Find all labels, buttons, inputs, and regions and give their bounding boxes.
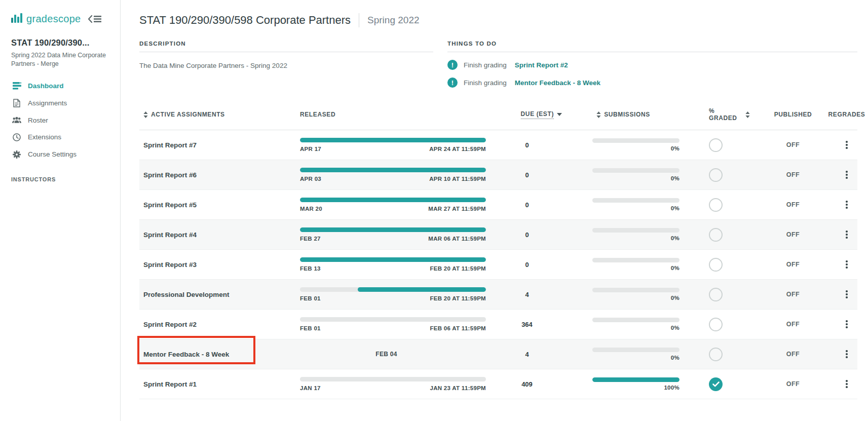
table-row: Sprint Report #7 APR 17 APR 24 AT 11:59P… <box>139 130 857 160</box>
table-row: Mentor Feedback - 8 Week FEB 04 4 0% OFF <box>139 339 857 369</box>
release-due-cell: FEB 04 <box>284 339 489 369</box>
things-to-do-divider <box>447 52 857 52</box>
submissions-count: 0 <box>489 171 565 179</box>
kebab-menu-icon[interactable] <box>844 228 850 241</box>
release-progress-bar <box>300 257 486 262</box>
released-date: APR 03 <box>300 176 321 182</box>
graded-progress-bar <box>592 288 680 292</box>
publish-toggle-circle[interactable] <box>709 348 723 361</box>
graded-progress-bar <box>592 258 680 262</box>
sidebar-item-roster[interactable]: Roster <box>11 112 111 129</box>
publish-toggle-circle[interactable] <box>709 318 723 331</box>
sidebar-nav: Dashboard Assignments <box>11 78 111 163</box>
gradescope-logo-icon <box>11 13 22 25</box>
graded-percent: 0% <box>592 175 680 181</box>
kebab-menu-icon[interactable] <box>844 258 850 271</box>
column-header-graded[interactable]: % GRADED <box>682 107 750 122</box>
todo-item: ! Finish grading Mentor Feedback - 8 Wee… <box>447 78 857 88</box>
kebab-menu-icon[interactable] <box>844 139 850 151</box>
sidebar-item-label: Dashboard <box>28 82 64 90</box>
release-progress-bar <box>300 138 486 142</box>
table-row: Sprint Report #1 JAN 17 JAN 23 AT 11:59P… <box>139 369 857 399</box>
column-header-regrades: REGRADES <box>836 111 857 118</box>
regrades-status: OFF <box>750 231 836 238</box>
column-header-due[interactable]: DUE (EST) <box>489 110 565 119</box>
kebab-menu-icon[interactable] <box>844 199 850 211</box>
assignment-name-link[interactable]: Sprint Report #7 <box>143 141 197 149</box>
graded-percent: 0% <box>592 295 680 301</box>
submissions-count: 4 <box>489 291 565 298</box>
publish-toggle-circle[interactable] <box>709 198 723 212</box>
description-divider <box>139 52 433 52</box>
description-heading: DESCRIPTION <box>139 41 433 47</box>
kebab-menu-icon[interactable] <box>844 318 850 330</box>
sidebar-item-assignments[interactable]: Assignments <box>11 94 111 112</box>
submissions-count: 409 <box>489 380 565 388</box>
column-header-published: PUBLISHED <box>750 111 836 118</box>
page-term: Spring 2022 <box>367 15 419 26</box>
assignment-name-link[interactable]: Professional Development <box>143 291 230 298</box>
graded-cell: 100% <box>565 377 682 391</box>
assignment-name-link[interactable]: Sprint Report #6 <box>143 171 197 179</box>
regrades-status: OFF <box>750 321 836 328</box>
dashboard-icon <box>12 82 21 90</box>
publish-toggle-circle[interactable] <box>709 258 723 272</box>
published-check-icon[interactable] <box>709 377 723 391</box>
assignments-table: ACTIVE ASSIGNMENTS RELEASED DUE (EST) SU… <box>139 105 857 399</box>
sidebar-item-course-settings[interactable]: Course Settings <box>11 146 111 163</box>
due-date: FEB 04 <box>284 351 489 358</box>
regrades-status: OFF <box>750 291 836 298</box>
release-progress-bar <box>300 198 486 202</box>
sidebar-item-label: Roster <box>28 117 48 124</box>
kebab-menu-icon[interactable] <box>844 288 850 300</box>
graded-progress-bar <box>592 377 680 382</box>
assignment-name-link[interactable]: Sprint Report #3 <box>143 261 197 269</box>
sidebar-course-subtitle: Spring 2022 Data Mine Corporate Partners… <box>11 51 111 68</box>
release-progress-bar <box>300 227 486 232</box>
assignment-name-link[interactable]: Sprint Report #1 <box>143 380 197 388</box>
caret-down-icon <box>557 113 562 116</box>
release-due-cell: APR 17 APR 24 AT 11:59PM <box>284 130 489 160</box>
todo-assignment-link[interactable]: Mentor Feedback - 8 Week <box>515 79 600 87</box>
todo-text: Finish grading <box>464 61 507 69</box>
assignment-name-link[interactable]: Sprint Report #4 <box>143 231 197 239</box>
released-date: FEB 13 <box>300 265 321 272</box>
gradescope-logo-text[interactable]: gradescope <box>26 13 81 25</box>
description-panel: DESCRIPTION The Data Mine Corporate Part… <box>139 41 433 88</box>
submissions-count: 0 <box>489 231 565 239</box>
sidebar: gradescope STAT 190/290/390... Spring 20… <box>0 0 121 421</box>
kebab-menu-icon[interactable] <box>844 378 850 390</box>
graded-cell: 0% <box>565 288 682 301</box>
todo-assignment-link[interactable]: Sprint Report #2 <box>515 61 568 69</box>
table-row: Sprint Report #6 APR 03 APR 10 AT 11:59P… <box>139 160 857 190</box>
assignment-name-link[interactable]: Sprint Report #5 <box>143 201 197 209</box>
publish-toggle-circle[interactable] <box>709 288 723 301</box>
column-header-submissions[interactable]: SUBMISSIONS <box>565 111 682 118</box>
graded-percent: 100% <box>592 385 680 391</box>
main-content: STAT 190/290/390/598 Corporate Partners … <box>121 0 868 421</box>
table-row: Sprint Report #3 FEB 13 FEB 20 AT 11:59P… <box>139 250 857 280</box>
kebab-menu-icon[interactable] <box>844 169 850 181</box>
graded-percent: 0% <box>592 205 680 211</box>
assignment-name-link[interactable]: Mentor Feedback - 8 Week <box>143 351 229 358</box>
released-date: FEB 01 <box>300 325 321 331</box>
due-date: MAR 27 AT 11:59PM <box>428 206 486 212</box>
graded-progress-bar <box>592 318 680 322</box>
regrades-status: OFF <box>750 261 836 268</box>
column-header-active-assignments[interactable]: ACTIVE ASSIGNMENTS <box>139 111 284 118</box>
sidebar-collapse-button[interactable] <box>88 15 101 23</box>
graded-cell: 0% <box>565 258 682 271</box>
sidebar-item-extensions[interactable]: Extensions <box>11 129 111 146</box>
sidebar-item-label: Extensions <box>28 133 61 141</box>
description-text: The Data Mine Corporate Partners - Sprin… <box>139 62 433 69</box>
publish-toggle-circle[interactable] <box>709 168 723 182</box>
assignment-name-link[interactable]: Sprint Report #2 <box>143 321 197 328</box>
table-row: Sprint Report #5 MAR 20 MAR 27 AT 11:59P… <box>139 190 857 220</box>
kebab-menu-icon[interactable] <box>844 348 850 360</box>
publish-toggle-circle[interactable] <box>709 228 723 242</box>
regrades-status: OFF <box>750 380 836 388</box>
released-date: FEB 27 <box>300 236 321 242</box>
sidebar-item-dashboard[interactable]: Dashboard <box>11 78 111 94</box>
things-to-do-heading: THINGS TO DO <box>447 41 857 47</box>
publish-toggle-circle[interactable] <box>709 138 723 152</box>
